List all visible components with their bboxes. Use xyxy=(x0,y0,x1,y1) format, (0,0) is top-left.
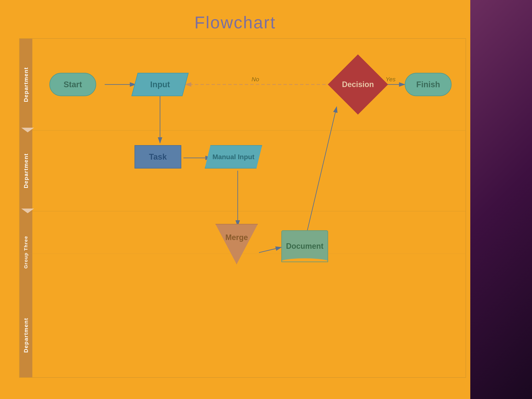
lane-sidebar-1: Department xyxy=(19,39,32,130)
svg-line-7 xyxy=(259,247,281,253)
lane-label-3: Department xyxy=(23,318,29,353)
yes-label: Yes xyxy=(386,76,396,83)
node-document: Document xyxy=(281,230,328,262)
page-title: Flowchart xyxy=(0,13,470,32)
right-panel xyxy=(470,0,532,399)
swimlane-container: Department Department Group Three Depart… xyxy=(19,38,466,378)
node-task: Task xyxy=(134,145,181,169)
svg-line-8 xyxy=(307,107,337,232)
chevron-icon-1 xyxy=(21,128,34,132)
no-label: No xyxy=(252,76,259,83)
lane-subdivider xyxy=(19,254,466,254)
lane-divider-1 xyxy=(32,130,466,130)
lane-label-group-three: Group Three xyxy=(23,236,29,269)
node-finish: Finish xyxy=(405,73,452,96)
node-start: Start xyxy=(49,73,96,96)
node-input: Input xyxy=(131,73,189,96)
lane-sidebar-2: Department xyxy=(19,130,32,211)
node-manual-input: Manual Input xyxy=(205,145,262,169)
lane-sidebar-3: Group Three Department xyxy=(19,211,32,377)
node-merge: Merge xyxy=(215,224,258,264)
lane-label-1: Department xyxy=(23,67,29,102)
node-decision: Decision xyxy=(328,55,388,115)
chevron-icon-2 xyxy=(21,209,34,213)
lane-divider-2 xyxy=(32,211,466,211)
lane-label-2: Department xyxy=(23,153,29,188)
